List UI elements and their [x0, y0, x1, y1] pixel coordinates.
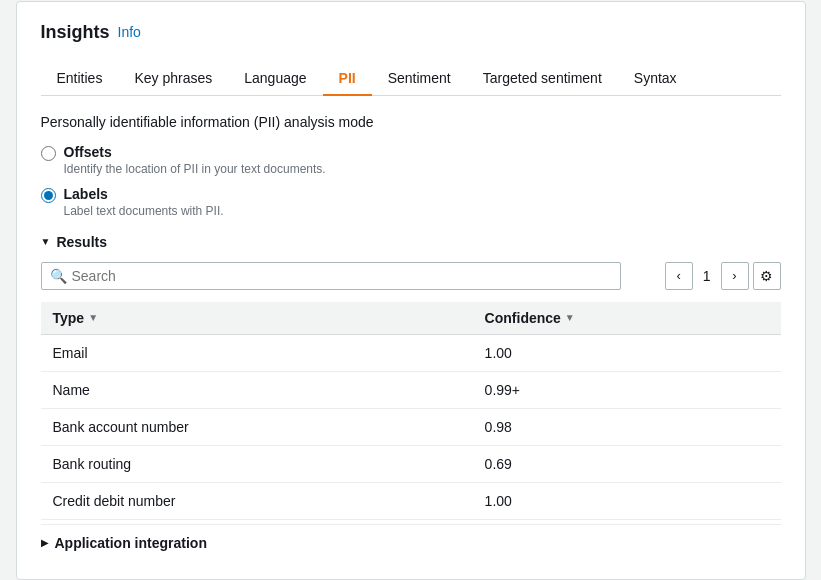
search-bar-row: 🔍 ‹ 1 › ⚙ — [41, 262, 781, 290]
prev-page-button[interactable]: ‹ — [665, 262, 693, 290]
type-cell: Name — [41, 371, 473, 408]
offsets-option: Offsets Identify the location of PII in … — [41, 144, 781, 176]
tab-pii[interactable]: PII — [323, 62, 372, 96]
search-icon: 🔍 — [50, 268, 67, 284]
type-cell: Email — [41, 334, 473, 371]
confidence-column-header: Confidence ▼ — [473, 302, 781, 335]
confidence-cell: 0.99+ — [473, 371, 781, 408]
table-row: Name0.99+ — [41, 371, 781, 408]
results-table: Type ▼ Confidence ▼ Email1.00Name0.99+Ba… — [41, 302, 781, 520]
labels-label[interactable]: Labels — [64, 186, 108, 202]
next-page-button[interactable]: › — [721, 262, 749, 290]
chevron-right-icon: ▶ — [41, 537, 49, 548]
search-wrapper: 🔍 — [41, 262, 621, 290]
table-row: Bank routing0.69 — [41, 445, 781, 482]
results-section: ▼ Results 🔍 ‹ 1 › ⚙ Type — [41, 234, 781, 520]
tab-entities[interactable]: Entities — [41, 62, 119, 96]
type-filter-icon[interactable]: ▼ — [88, 312, 98, 323]
tab-syntax[interactable]: Syntax — [618, 62, 693, 96]
search-input[interactable] — [41, 262, 621, 290]
insights-card: Insights Info EntitiesKey phrasesLanguag… — [16, 1, 806, 580]
labels-radio[interactable] — [41, 188, 56, 203]
radio-group: Offsets Identify the location of PII in … — [41, 144, 781, 218]
tabs-bar: EntitiesKey phrasesLanguagePIISentimentT… — [41, 61, 781, 96]
info-link[interactable]: Info — [118, 24, 141, 40]
confidence-cell: 0.98 — [473, 408, 781, 445]
offsets-description: Identify the location of PII in your tex… — [64, 162, 326, 176]
chevron-down-icon: ▼ — [41, 236, 51, 247]
confidence-cell: 1.00 — [473, 482, 781, 519]
tab-key-phrases[interactable]: Key phrases — [118, 62, 228, 96]
confidence-cell: 0.69 — [473, 445, 781, 482]
type-column-header: Type ▼ — [41, 302, 473, 335]
results-table-body: Email1.00Name0.99+Bank account number0.9… — [41, 334, 781, 519]
type-cell: Credit debit number — [41, 482, 473, 519]
analysis-mode-label: Personally identifiable information (PII… — [41, 114, 781, 130]
tab-targeted-sentiment[interactable]: Targeted sentiment — [467, 62, 618, 96]
confidence-filter-icon[interactable]: ▼ — [565, 312, 575, 323]
results-label: Results — [56, 234, 107, 250]
header: Insights Info — [41, 22, 781, 43]
offsets-radio[interactable] — [41, 146, 56, 161]
table-row: Email1.00 — [41, 334, 781, 371]
table-row: Credit debit number1.00 — [41, 482, 781, 519]
type-cell: Bank routing — [41, 445, 473, 482]
page-number: 1 — [697, 268, 717, 284]
offsets-label[interactable]: Offsets — [64, 144, 112, 160]
confidence-cell: 1.00 — [473, 334, 781, 371]
pagination-controls: ‹ 1 › ⚙ — [665, 262, 781, 290]
labels-option: Labels Label text documents with PII. — [41, 186, 781, 218]
labels-description: Label text documents with PII. — [64, 204, 224, 218]
page-title: Insights — [41, 22, 110, 43]
tab-language[interactable]: Language — [228, 62, 322, 96]
confidence-column-label: Confidence — [485, 310, 561, 326]
table-header-row: Type ▼ Confidence ▼ — [41, 302, 781, 335]
app-integration-label: Application integration — [55, 535, 207, 551]
results-header[interactable]: ▼ Results — [41, 234, 781, 250]
type-column-label: Type — [53, 310, 85, 326]
type-cell: Bank account number — [41, 408, 473, 445]
settings-button[interactable]: ⚙ — [753, 262, 781, 290]
table-row: Bank account number0.98 — [41, 408, 781, 445]
app-integration-section[interactable]: ▶ Application integration — [41, 524, 781, 555]
tab-sentiment[interactable]: Sentiment — [372, 62, 467, 96]
